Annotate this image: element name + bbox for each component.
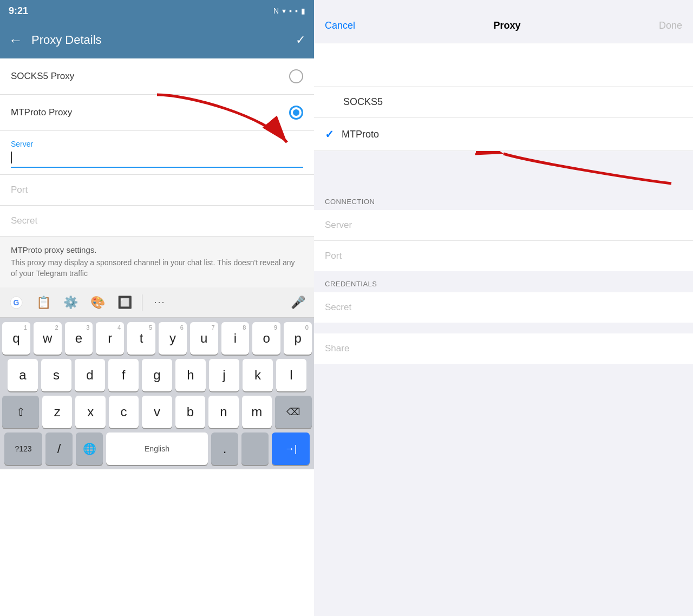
key-f[interactable]: f [108,359,139,391]
period-key[interactable]: . [211,432,238,465]
shift-key[interactable]: ⇧ [2,396,39,428]
ios-options-list: SOCKS5 ✓ MTProto [314,87,693,151]
palette-icon[interactable]: 🎨 [88,293,107,312]
socks5-ios-label: SOCKS5 [343,96,383,108]
empty-key [241,432,269,465]
key-a[interactable]: a [8,359,38,391]
secret-label: Secret [11,215,37,226]
key-y[interactable]: 6y [159,322,187,355]
arrow-to-mtproto-ios [314,151,693,189]
server-label: Server [11,140,303,148]
android-header: ← Proxy Details ✓ [0,22,314,58]
key-u[interactable]: 7u [190,322,218,355]
right-arrow-area [314,151,693,189]
backspace-key[interactable]: ⌫ [275,396,312,428]
mtproto-check-icon: ✓ [325,128,334,141]
key-h[interactable]: h [175,359,206,391]
muted-icon: ▪ [295,6,298,15]
svg-text:G: G [14,298,19,307]
key-o[interactable]: 9o [252,322,280,355]
back-button[interactable]: ← [9,32,23,49]
port-row: Port [0,175,314,206]
ios-panel: Cancel Proxy Done SOCKS5 ✓ MTProto CONNE… [314,0,693,616]
mtproto-radio[interactable] [289,106,303,120]
ios-header: Cancel Proxy Done [314,9,693,43]
socks5-ios-option[interactable]: SOCKS5 [314,87,693,118]
socks5-option[interactable]: SOCKS5 Proxy [0,58,314,95]
cancel-button[interactable]: Cancel [325,20,355,31]
text-cursor [11,152,12,163]
status-icons: N ▾ ▪ ▪ ▮ [273,6,305,15]
key-x[interactable]: x [75,396,105,428]
wifi-icon: ▾ [282,6,286,15]
key-j[interactable]: j [209,359,239,391]
port-field[interactable]: Port [314,241,693,271]
android-content: SOCKS5 Proxy MTProto Proxy Server [0,58,314,616]
port-label: Port [11,185,28,195]
status-time: 9:21 [9,5,28,17]
signal-icon: ▪ [289,6,292,15]
globe-key[interactable]: 🌐 [76,432,103,465]
sticker-icon[interactable]: 🔲 [115,293,134,312]
socks5-label: SOCKS5 Proxy [11,71,74,82]
secret-field[interactable]: Secret [314,292,693,323]
key-z[interactable]: z [42,396,72,428]
credentials-header: CREDENTIALS [314,271,693,292]
slash-key[interactable]: / [45,432,73,465]
page-title: Proxy Details [31,33,287,47]
key-v[interactable]: v [142,396,172,428]
enter-key[interactable]: →| [272,432,310,465]
key-w[interactable]: 2w [34,322,62,355]
key-i[interactable]: 8i [221,322,250,355]
key-k[interactable]: k [243,359,273,391]
socks5-radio[interactable] [289,69,303,83]
keyboard-rows: 1q 2w 3e 4r 5t 6y 7u 8i 9o 0p a s d f [0,318,314,469]
server-field[interactable]: Server [314,210,693,241]
mic-icon[interactable]: 🎤 [288,293,308,312]
ios-picker-area [314,43,693,87]
nfc-icon: N [273,6,279,15]
status-bar: 9:21 N ▾ ▪ ▪ ▮ [0,0,314,22]
space-key[interactable]: English [106,432,208,465]
share-item[interactable]: Share [314,333,693,364]
key-c[interactable]: c [109,396,139,428]
key-b[interactable]: b [175,396,205,428]
key-row-1: 1q 2w 3e 4r 5t 6y 7u 8i 9o 0p [2,322,312,355]
info-section: MTProto proxy settings. This proxy may d… [0,237,314,287]
key-s[interactable]: s [41,359,71,391]
key-d[interactable]: d [75,359,105,391]
ios-title: Proxy [355,20,659,31]
ios-top-bar [314,0,693,9]
key-q[interactable]: 1q [2,322,30,355]
key-l[interactable]: l [276,359,306,391]
server-input[interactable] [11,152,303,168]
secret-row: Secret [0,206,314,237]
mtproto-option[interactable]: MTProto Proxy [0,95,314,131]
key-row-3: ⇧ z x c v b n m ⌫ [2,396,312,428]
share-section: Share [314,333,693,364]
more-icon[interactable]: ··· [150,293,169,312]
settings-icon[interactable]: ⚙️ [61,293,80,312]
info-text: This proxy may display a sponsored chann… [11,258,303,279]
android-panel: 9:21 N ▾ ▪ ▪ ▮ ← Proxy Details ✓ SOCKS5 … [0,0,314,616]
credentials-form: Secret [314,292,693,323]
toolbar-divider [142,294,142,311]
key-e[interactable]: 3e [65,322,93,355]
num-key[interactable]: ?123 [4,432,42,465]
keyboard: G 📋 ⚙️ 🎨 🔲 ··· 🎤 1q 2w 3e 4r 5t [0,287,314,469]
clipboard-icon[interactable]: 📋 [34,293,53,312]
key-r[interactable]: 4r [96,322,124,355]
google-icon[interactable]: G [6,293,26,312]
key-g[interactable]: g [142,359,172,391]
battery-icon: ▮ [301,6,305,15]
key-m[interactable]: m [242,396,272,428]
confirm-button[interactable]: ✓ [296,33,305,47]
keyboard-toolbar: G 📋 ⚙️ 🎨 🔲 ··· 🎤 [0,287,314,318]
mtproto-ios-option[interactable]: ✓ MTProto [314,118,693,151]
key-t[interactable]: 5t [127,322,155,355]
mtproto-label: MTProto Proxy [11,107,72,118]
key-n[interactable]: n [208,396,238,428]
done-button[interactable]: Done [659,20,682,31]
key-p[interactable]: 0p [284,322,312,355]
server-section: Server [0,131,314,175]
